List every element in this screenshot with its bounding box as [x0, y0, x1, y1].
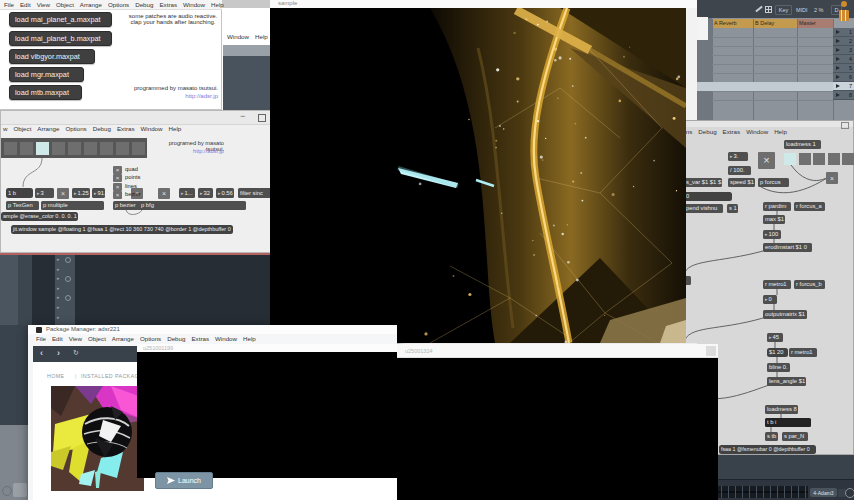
- toggle-quad[interactable]: ×: [113, 166, 122, 174]
- max-object-n45[interactable]: ▸45: [767, 333, 783, 342]
- box-filter-sinc[interactable]: filter sinc: [238, 188, 274, 198]
- max-object-s1[interactable]: s 1: [727, 204, 738, 213]
- package-artwork[interactable]: [51, 386, 144, 491]
- max-object-n0[interactable]: ▸0: [763, 295, 777, 304]
- max-object-m120[interactable]: $1 20: [767, 348, 788, 357]
- max-object-rforcusa[interactable]: r forcus_a: [794, 202, 825, 211]
- scene-slot-8[interactable]: 8: [833, 91, 854, 100]
- menu-pm-edit[interactable]: Edit: [52, 335, 63, 342]
- expand-arrow-4[interactable]: ▸: [57, 285, 63, 293]
- title-bar[interactable]: u251001199: [137, 344, 398, 352]
- preset-square-d-1[interactable]: [784, 153, 796, 165]
- scene-play-icon[interactable]: [836, 57, 840, 61]
- menu-pm-object[interactable]: Object: [88, 335, 106, 342]
- rect-control[interactable]: [13, 483, 27, 497]
- preset-square-d-4[interactable]: [828, 153, 840, 165]
- overview-dot[interactable]: [841, 1, 847, 7]
- max-object-erodim[interactable]: erodimstart $1 0: [763, 243, 812, 252]
- title-bar[interactable]: u25001324: [397, 344, 718, 358]
- expand-arrow-7[interactable]: ▸: [57, 314, 63, 322]
- max-object-loadmess8[interactable]: loadmess 8: [765, 405, 798, 414]
- loop-icon-1[interactable]: [65, 257, 71, 263]
- scene-slot-7[interactable]: 7: [833, 82, 854, 91]
- max-object-bline[interactable]: bline 0.: [767, 363, 790, 372]
- max-object-rmetro1b[interactable]: r metro1: [789, 348, 817, 357]
- credit-link[interactable]: http://adsr.jp: [110, 93, 218, 99]
- box-1-25[interactable]: ▸1.25: [72, 188, 90, 198]
- scene-play-icon[interactable]: [836, 75, 840, 79]
- jit-window-message[interactable]: jit.window sample @floating 1 @fsaa 1 @r…: [11, 225, 233, 234]
- subpatch-p-bfg[interactable]: p bfg: [139, 201, 246, 210]
- render-viewport[interactable]: [137, 352, 398, 478]
- track-header-a-reverb[interactable]: A Reverb: [712, 19, 753, 28]
- scene-slot-3[interactable]: 3: [833, 46, 854, 55]
- toggle-bezier[interactable]: ×: [113, 191, 122, 199]
- menu-pm-view[interactable]: View: [69, 335, 82, 342]
- grid-icon[interactable]: [765, 6, 772, 13]
- inline-toggle-3[interactable]: ×: [158, 188, 170, 199]
- forward-button[interactable]: ›: [57, 348, 60, 358]
- expand-arrow-2[interactable]: ▸: [57, 266, 63, 274]
- launch-button[interactable]: Launch: [155, 472, 213, 489]
- loop-icon-5[interactable]: [65, 295, 71, 301]
- erase-color-message[interactable]: ample @erase_color 0. 0. 0. 1: [1, 212, 78, 221]
- max-object-rmetro1a[interactable]: r metro1: [763, 280, 791, 289]
- track-header-master[interactable]: Master: [797, 19, 833, 28]
- box-3[interactable]: ▸3: [35, 188, 54, 198]
- scene-slot-6[interactable]: 6: [833, 73, 854, 82]
- menu-a-options[interactable]: Options: [108, 1, 129, 8]
- knob-icon[interactable]: [845, 488, 854, 498]
- io-meter-badge[interactable]: [839, 10, 849, 21]
- box-91-[interactable]: ▸91.: [92, 188, 105, 198]
- preset-square-d-5[interactable]: [842, 153, 854, 165]
- max-object-n100[interactable]: ▸100: [763, 230, 781, 239]
- preset-square-d-3[interactable]: [813, 153, 825, 165]
- menu-a-help[interactable]: Help: [211, 1, 224, 8]
- scene-play-icon[interactable]: [836, 30, 840, 34]
- render-viewport[interactable]: [397, 358, 718, 500]
- menu-a-debug[interactable]: Debug: [135, 1, 153, 8]
- menu-b-window[interactable]: Window: [227, 33, 249, 40]
- scene-play-icon[interactable]: [836, 39, 840, 43]
- refresh-icon[interactable]: ↻: [73, 349, 79, 357]
- menu-a-window[interactable]: Window: [183, 1, 205, 8]
- subpatch-p-TexGen[interactable]: p TexGen: [6, 201, 39, 210]
- box-0-56[interactable]: ▸0.56: [216, 188, 234, 198]
- max-object-rforcusb[interactable]: r forcus_b: [794, 280, 825, 289]
- max-object-div100[interactable]: / 100.: [728, 166, 751, 175]
- load-patch-button-3[interactable]: load vibgyor.maxpat: [9, 49, 95, 64]
- load-patch-button-1[interactable]: load mai_planet_a.maxpat: [9, 12, 112, 27]
- load-patch-button-2[interactable]: load mai_planet_b.maxpat: [9, 31, 112, 46]
- menu-pm-debug[interactable]: Debug: [167, 335, 185, 342]
- draw-mode-icon[interactable]: [755, 6, 762, 13]
- scene-play-icon[interactable]: [836, 84, 840, 88]
- max-object-max1[interactable]: max $1: [763, 215, 785, 224]
- max-object-speed[interactable]: speed $1: [728, 178, 755, 187]
- menu-a-extras[interactable]: Extras: [159, 1, 177, 8]
- big-toggle[interactable]: ×: [758, 152, 775, 169]
- tab-home[interactable]: HOME: [47, 373, 65, 379]
- scene-slot-4[interactable]: 4: [833, 55, 854, 64]
- max-object-rpardim[interactable]: r pardim: [763, 202, 791, 211]
- expand-arrow-3[interactable]: ▸: [57, 275, 63, 283]
- scene-play-icon[interactable]: [836, 66, 840, 70]
- midi-map-button[interactable]: MIDI: [796, 7, 808, 13]
- scene-play-icon[interactable]: [836, 93, 840, 97]
- window-button[interactable]: [706, 346, 716, 356]
- scene-slot-2[interactable]: 2: [833, 37, 854, 46]
- box-1-b[interactable]: 1 b: [6, 188, 33, 198]
- jit-window-message[interactable]: fsaa 1 @fsmenubar 0 @depthbuffer 0: [719, 445, 816, 454]
- max-object-tbi[interactable]: t b i: [765, 418, 811, 427]
- max-object-outmatrix[interactable]: outputmatrix $1: [763, 310, 807, 319]
- menu-pm-options[interactable]: Options: [140, 335, 161, 342]
- key-map-button[interactable]: Key: [775, 5, 792, 15]
- inline-toggle-1[interactable]: ×: [57, 188, 69, 199]
- scene-play-icon[interactable]: [836, 48, 840, 52]
- title-bar[interactable]: Package Manager: adsr221: [28, 325, 397, 334]
- box-1-[interactable]: ▸1...: [179, 188, 195, 198]
- track-header-b-delay[interactable]: B Delay: [753, 19, 797, 28]
- max-object-lens[interactable]: lens_angle $1: [767, 377, 806, 386]
- menu-a-object[interactable]: Object: [56, 1, 74, 8]
- menu-a-edit[interactable]: Edit: [20, 1, 31, 8]
- expand-arrow-6[interactable]: ▸: [57, 304, 63, 312]
